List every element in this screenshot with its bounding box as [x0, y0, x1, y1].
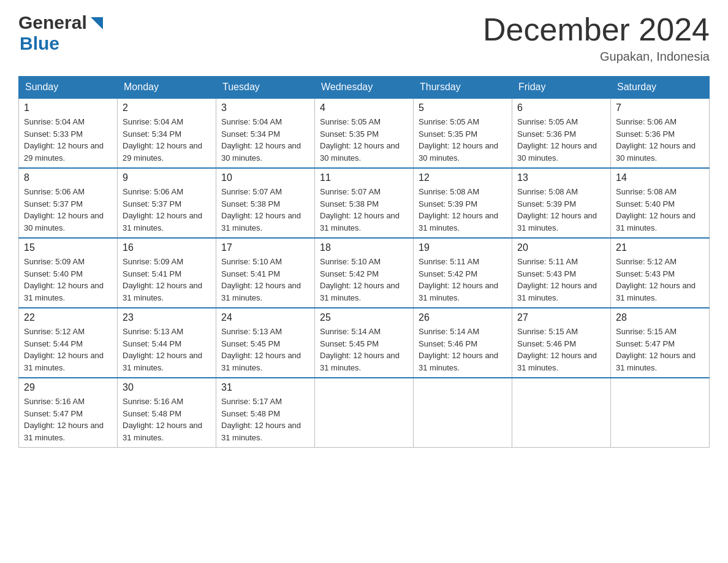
day-info: Sunrise: 5:10 AMSunset: 5:42 PMDaylight:… — [320, 256, 408, 304]
day-info: Sunrise: 5:12 AMSunset: 5:44 PMDaylight:… — [24, 326, 112, 373]
table-row: 17 Sunrise: 5:10 AMSunset: 5:41 PMDaylig… — [216, 238, 315, 308]
day-number: 2 — [123, 102, 211, 113]
day-info: Sunrise: 5:04 AMSunset: 5:34 PMDaylight:… — [123, 116, 211, 164]
day-number: 6 — [517, 102, 605, 113]
table-row — [414, 378, 512, 448]
col-thursday: Thursday — [414, 77, 512, 99]
day-number: 23 — [123, 312, 211, 323]
table-row — [611, 378, 710, 448]
col-friday: Friday — [512, 77, 611, 99]
day-info: Sunrise: 5:09 AMSunset: 5:40 PMDaylight:… — [24, 256, 112, 304]
col-saturday: Saturday — [611, 77, 710, 99]
day-number: 10 — [221, 172, 309, 183]
day-info: Sunrise: 5:13 AMSunset: 5:44 PMDaylight:… — [123, 326, 211, 373]
table-row: 11 Sunrise: 5:07 AMSunset: 5:38 PMDaylig… — [315, 168, 414, 238]
day-info: Sunrise: 5:06 AMSunset: 5:36 PMDaylight:… — [616, 116, 704, 164]
table-row: 23 Sunrise: 5:13 AMSunset: 5:44 PMDaylig… — [118, 308, 216, 378]
day-number: 3 — [221, 102, 309, 113]
day-number: 1 — [24, 102, 112, 113]
table-row: 13 Sunrise: 5:08 AMSunset: 5:39 PMDaylig… — [512, 168, 611, 238]
table-row: 4 Sunrise: 5:05 AMSunset: 5:35 PMDayligh… — [315, 98, 414, 168]
table-row: 7 Sunrise: 5:06 AMSunset: 5:36 PMDayligh… — [611, 98, 710, 168]
table-row: 16 Sunrise: 5:09 AMSunset: 5:41 PMDaylig… — [118, 238, 216, 308]
day-number: 14 — [616, 172, 704, 183]
table-row: 28 Sunrise: 5:15 AMSunset: 5:47 PMDaylig… — [611, 308, 710, 378]
day-info: Sunrise: 5:05 AMSunset: 5:35 PMDaylight:… — [320, 116, 408, 164]
day-info: Sunrise: 5:06 AMSunset: 5:37 PMDaylight:… — [24, 186, 112, 234]
logo-blue-text: Blue — [20, 33, 59, 54]
table-row: 26 Sunrise: 5:14 AMSunset: 5:46 PMDaylig… — [414, 308, 512, 378]
day-number: 22 — [24, 312, 112, 323]
table-row: 31 Sunrise: 5:17 AMSunset: 5:48 PMDaylig… — [216, 378, 315, 448]
day-info: Sunrise: 5:11 AMSunset: 5:43 PMDaylight:… — [517, 256, 605, 304]
day-number: 19 — [419, 242, 507, 253]
day-info: Sunrise: 5:12 AMSunset: 5:43 PMDaylight:… — [616, 256, 704, 304]
col-monday: Monday — [118, 77, 216, 99]
table-row: 20 Sunrise: 5:11 AMSunset: 5:43 PMDaylig… — [512, 238, 611, 308]
table-row: 2 Sunrise: 5:04 AMSunset: 5:34 PMDayligh… — [118, 98, 216, 168]
col-sunday: Sunday — [19, 77, 118, 99]
day-info: Sunrise: 5:08 AMSunset: 5:39 PMDaylight:… — [419, 186, 507, 234]
day-info: Sunrise: 5:08 AMSunset: 5:39 PMDaylight:… — [517, 186, 605, 234]
calendar-table: Sunday Monday Tuesday Wednesday Thursday… — [18, 76, 710, 448]
table-row: 24 Sunrise: 5:13 AMSunset: 5:45 PMDaylig… — [216, 308, 315, 378]
table-row: 15 Sunrise: 5:09 AMSunset: 5:40 PMDaylig… — [19, 238, 118, 308]
table-row: 21 Sunrise: 5:12 AMSunset: 5:43 PMDaylig… — [611, 238, 710, 308]
table-row: 27 Sunrise: 5:15 AMSunset: 5:46 PMDaylig… — [512, 308, 611, 378]
table-row: 1 Sunrise: 5:04 AMSunset: 5:33 PMDayligh… — [19, 98, 118, 168]
day-number: 25 — [320, 312, 408, 323]
day-info: Sunrise: 5:15 AMSunset: 5:47 PMDaylight:… — [616, 326, 704, 373]
calendar-week-1: 1 Sunrise: 5:04 AMSunset: 5:33 PMDayligh… — [19, 98, 710, 168]
day-number: 4 — [320, 102, 408, 113]
day-info: Sunrise: 5:04 AMSunset: 5:33 PMDaylight:… — [24, 116, 112, 164]
table-row: 8 Sunrise: 5:06 AMSunset: 5:37 PMDayligh… — [19, 168, 118, 238]
col-tuesday: Tuesday — [216, 77, 315, 99]
table-row: 6 Sunrise: 5:05 AMSunset: 5:36 PMDayligh… — [512, 98, 611, 168]
day-number: 15 — [24, 242, 112, 253]
day-number: 12 — [419, 172, 507, 183]
table-row: 25 Sunrise: 5:14 AMSunset: 5:45 PMDaylig… — [315, 308, 414, 378]
table-row: 22 Sunrise: 5:12 AMSunset: 5:44 PMDaylig… — [19, 308, 118, 378]
table-row: 14 Sunrise: 5:08 AMSunset: 5:40 PMDaylig… — [611, 168, 710, 238]
day-number: 31 — [221, 382, 309, 393]
day-number: 20 — [517, 242, 605, 253]
table-row — [315, 378, 414, 448]
day-info: Sunrise: 5:16 AMSunset: 5:47 PMDaylight:… — [24, 396, 112, 443]
day-info: Sunrise: 5:08 AMSunset: 5:40 PMDaylight:… — [616, 186, 704, 234]
calendar-week-5: 29 Sunrise: 5:16 AMSunset: 5:47 PMDaylig… — [19, 378, 710, 448]
day-info: Sunrise: 5:16 AMSunset: 5:48 PMDaylight:… — [123, 396, 211, 443]
day-info: Sunrise: 5:15 AMSunset: 5:46 PMDaylight:… — [517, 326, 605, 373]
day-info: Sunrise: 5:04 AMSunset: 5:34 PMDaylight:… — [221, 116, 309, 164]
logo: General Blue — [18, 12, 105, 54]
day-info: Sunrise: 5:06 AMSunset: 5:37 PMDaylight:… — [123, 186, 211, 234]
table-row: 19 Sunrise: 5:11 AMSunset: 5:42 PMDaylig… — [414, 238, 512, 308]
day-number: 18 — [320, 242, 408, 253]
calendar-week-2: 8 Sunrise: 5:06 AMSunset: 5:37 PMDayligh… — [19, 168, 710, 238]
table-row: 29 Sunrise: 5:16 AMSunset: 5:47 PMDaylig… — [19, 378, 118, 448]
table-row: 9 Sunrise: 5:06 AMSunset: 5:37 PMDayligh… — [118, 168, 216, 238]
table-row: 12 Sunrise: 5:08 AMSunset: 5:39 PMDaylig… — [414, 168, 512, 238]
day-number: 9 — [123, 172, 211, 183]
table-row: 5 Sunrise: 5:05 AMSunset: 5:35 PMDayligh… — [414, 98, 512, 168]
day-info: Sunrise: 5:14 AMSunset: 5:45 PMDaylight:… — [320, 326, 408, 373]
day-number: 28 — [616, 312, 704, 323]
svg-marker-0 — [91, 17, 103, 29]
day-number: 21 — [616, 242, 704, 253]
day-number: 5 — [419, 102, 507, 113]
day-number: 26 — [419, 312, 507, 323]
day-info: Sunrise: 5:10 AMSunset: 5:41 PMDaylight:… — [221, 256, 309, 304]
calendar-week-3: 15 Sunrise: 5:09 AMSunset: 5:40 PMDaylig… — [19, 238, 710, 308]
day-number: 8 — [24, 172, 112, 183]
page-header: General Blue December 2024 Gupakan, Indo… — [18, 12, 710, 64]
day-info: Sunrise: 5:07 AMSunset: 5:38 PMDaylight:… — [221, 186, 309, 234]
day-number: 24 — [221, 312, 309, 323]
day-number: 13 — [517, 172, 605, 183]
day-info: Sunrise: 5:11 AMSunset: 5:42 PMDaylight:… — [419, 256, 507, 304]
logo-triangle-icon — [88, 15, 105, 32]
calendar-header-row: Sunday Monday Tuesday Wednesday Thursday… — [19, 77, 710, 99]
table-row: 10 Sunrise: 5:07 AMSunset: 5:38 PMDaylig… — [216, 168, 315, 238]
day-number: 11 — [320, 172, 408, 183]
day-info: Sunrise: 5:05 AMSunset: 5:35 PMDaylight:… — [419, 116, 507, 164]
day-number: 29 — [24, 382, 112, 393]
day-info: Sunrise: 5:13 AMSunset: 5:45 PMDaylight:… — [221, 326, 309, 373]
